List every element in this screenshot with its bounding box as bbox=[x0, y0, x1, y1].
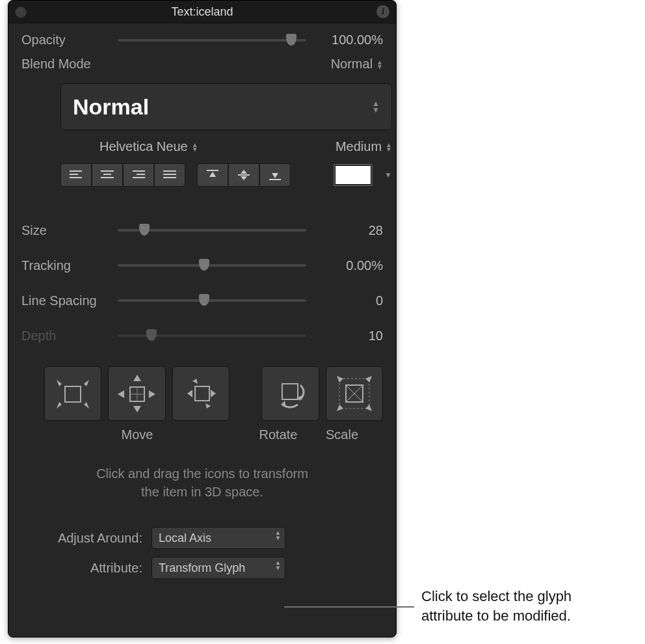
svg-marker-20 bbox=[57, 380, 62, 386]
move-xyz-tool[interactable] bbox=[108, 366, 165, 421]
svg-rect-31 bbox=[195, 386, 209, 401]
scale-label: Scale bbox=[313, 427, 371, 442]
blendmode-label: Blend Mode bbox=[21, 57, 112, 72]
svg-marker-33 bbox=[211, 390, 216, 397]
attribute-label: Attribute: bbox=[41, 561, 142, 576]
text-panel: Text: iceland i Opacity 100.00% Blend Mo… bbox=[8, 0, 397, 637]
depth-value: 10 bbox=[311, 329, 383, 343]
move-xy-tool[interactable] bbox=[44, 366, 101, 421]
font-family-popup[interactable]: Helvetica Neue ▲▼ bbox=[99, 139, 198, 154]
size-row: Size 28 bbox=[21, 213, 383, 248]
svg-rect-36 bbox=[282, 384, 298, 399]
svg-rect-15 bbox=[238, 174, 250, 176]
svg-marker-32 bbox=[187, 390, 192, 397]
svg-marker-27 bbox=[133, 375, 141, 381]
chevron-updown-icon: ▲▼ bbox=[386, 142, 392, 152]
valign-bottom-button[interactable] bbox=[259, 163, 291, 187]
svg-marker-17 bbox=[272, 173, 278, 178]
font-weight-value: Medium bbox=[336, 139, 382, 154]
blendmode-popup[interactable]: Normal ▲▼ bbox=[331, 57, 383, 72]
style-name: Normal bbox=[73, 94, 149, 120]
svg-marker-30 bbox=[149, 390, 155, 398]
linespacing-value[interactable]: 0 bbox=[311, 293, 383, 308]
tracking-slider-thumb[interactable] bbox=[199, 259, 209, 271]
opacity-value[interactable]: 100.00% bbox=[311, 33, 383, 47]
tracking-value[interactable]: 0.00% bbox=[311, 258, 383, 273]
font-family-value: Helvetica Neue bbox=[99, 139, 188, 154]
opacity-row: Opacity 100.00% bbox=[21, 33, 383, 47]
transform-hint: Click and drag the icons to transform th… bbox=[47, 464, 357, 501]
align-left-button[interactable] bbox=[60, 163, 92, 187]
chevron-updown-icon: ▲▼ bbox=[376, 60, 383, 69]
rotate-tool[interactable] bbox=[261, 366, 319, 421]
close-window-button[interactable] bbox=[15, 7, 27, 18]
adjust-around-label: Adjust Around: bbox=[41, 531, 142, 546]
svg-marker-14 bbox=[241, 170, 247, 174]
svg-rect-19 bbox=[65, 386, 81, 402]
callout-text: Click to select the glyph attribute to b… bbox=[421, 587, 572, 626]
info-icon[interactable]: i bbox=[376, 5, 389, 18]
svg-marker-45 bbox=[337, 405, 343, 411]
svg-marker-22 bbox=[57, 402, 62, 409]
chevron-updown-icon: ▲▼ bbox=[372, 100, 380, 113]
font-weight-popup[interactable]: Medium ▲▼ bbox=[336, 139, 392, 154]
adjust-around-dropdown[interactable]: Local Axis ▲▼ bbox=[151, 527, 285, 549]
chevron-updown-icon: ▲▼ bbox=[275, 530, 281, 541]
text-color-swatch[interactable] bbox=[334, 164, 373, 186]
attribute-dropdown[interactable]: Transform Glyph ▲▼ bbox=[151, 557, 285, 579]
adjust-around-value: Local Axis bbox=[159, 531, 211, 545]
blendmode-value: Normal bbox=[331, 57, 373, 72]
text-style-popup[interactable]: Normal ▲▼ bbox=[60, 83, 392, 130]
svg-marker-44 bbox=[365, 376, 372, 382]
chevron-updown-icon: ▲▼ bbox=[275, 560, 281, 570]
svg-marker-29 bbox=[118, 390, 124, 398]
opacity-label: Opacity bbox=[21, 33, 112, 47]
depth-row: Depth 10 bbox=[21, 318, 383, 353]
svg-marker-16 bbox=[241, 176, 247, 180]
move-label: Move bbox=[44, 427, 230, 442]
title-name: iceland bbox=[196, 5, 233, 19]
svg-marker-13 bbox=[209, 172, 216, 177]
depth-slider bbox=[118, 334, 306, 337]
align-center-button[interactable] bbox=[92, 163, 123, 187]
titlebar: Text: iceland i bbox=[8, 1, 396, 23]
svg-marker-28 bbox=[133, 406, 141, 412]
valign-top-button[interactable] bbox=[197, 163, 228, 187]
callout-line bbox=[284, 606, 414, 608]
svg-marker-35 bbox=[205, 403, 211, 409]
align-justify-button[interactable] bbox=[154, 163, 185, 187]
linespacing-row: Line Spacing 0 bbox=[21, 283, 383, 318]
svg-marker-43 bbox=[337, 376, 343, 382]
size-label: Size bbox=[21, 223, 112, 238]
linespacing-slider-thumb[interactable] bbox=[199, 294, 209, 306]
size-slider[interactable] bbox=[118, 229, 306, 232]
rotate-label: Rotate bbox=[250, 427, 307, 442]
blendmode-row: Blend Mode Normal ▲▼ bbox=[21, 57, 383, 72]
vertical-align-segment bbox=[197, 163, 291, 187]
scale-tool[interactable] bbox=[326, 366, 383, 421]
linespacing-slider[interactable] bbox=[118, 299, 306, 302]
depth-slider-thumb bbox=[146, 329, 157, 341]
opacity-slider-thumb[interactable] bbox=[286, 34, 296, 46]
opacity-slider[interactable] bbox=[118, 39, 306, 42]
horizontal-align-segment bbox=[60, 163, 185, 187]
attribute-value: Transform Glyph bbox=[159, 561, 245, 575]
linespacing-label: Line Spacing bbox=[21, 293, 112, 308]
svg-marker-21 bbox=[84, 380, 89, 386]
chevron-updown-icon: ▲▼ bbox=[192, 142, 198, 152]
move-z-tool[interactable] bbox=[172, 366, 230, 421]
size-slider-thumb[interactable] bbox=[139, 224, 150, 235]
tracking-slider[interactable] bbox=[118, 264, 306, 267]
align-right-button[interactable] bbox=[123, 163, 154, 187]
svg-marker-23 bbox=[84, 402, 89, 409]
tracking-row: Tracking 0.00% bbox=[21, 248, 383, 283]
depth-label: Depth bbox=[21, 329, 112, 343]
color-dropdown-chevron-icon[interactable]: ▼ bbox=[384, 170, 392, 180]
tracking-label: Tracking bbox=[21, 258, 112, 273]
title-prefix: Text: bbox=[171, 5, 196, 19]
valign-middle-button[interactable] bbox=[228, 163, 259, 187]
svg-marker-46 bbox=[365, 405, 372, 411]
svg-marker-34 bbox=[192, 379, 198, 384]
size-value[interactable]: 28 bbox=[311, 223, 383, 238]
